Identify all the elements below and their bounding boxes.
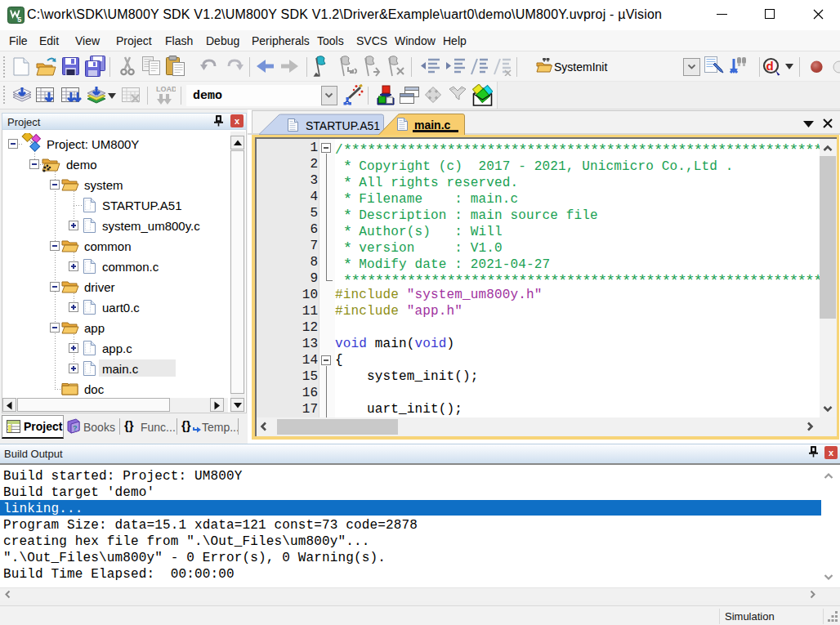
svg-text:?: ? xyxy=(73,424,78,432)
svg-text:LOAD: LOAD xyxy=(156,85,176,93)
svg-text:d: d xyxy=(766,59,774,73)
svg-text:5: 5 xyxy=(17,16,21,24)
